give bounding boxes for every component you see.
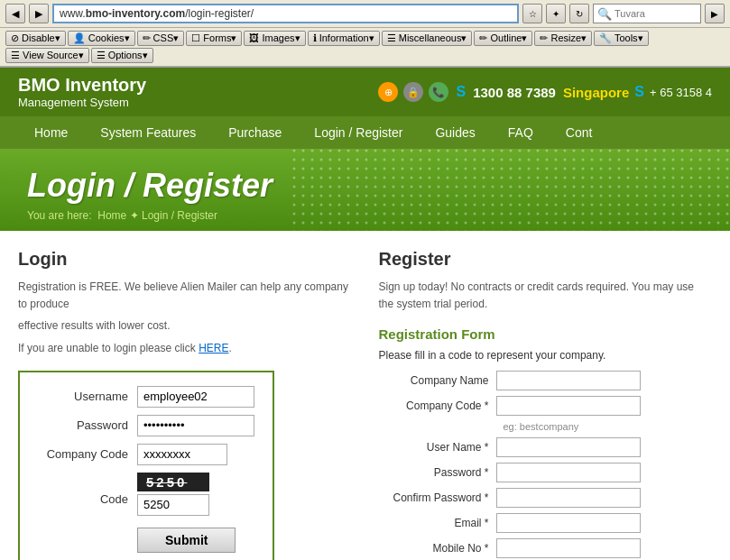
login-desc1: Registration is FREE. We believe Alien M… [18, 279, 352, 313]
page-title-bar: Login / Register You are here: Home ✦ Lo… [0, 149, 730, 231]
tools-btn[interactable]: 🔧 Tools▾ [594, 31, 649, 46]
captcha-area: 5250 [137, 473, 209, 516]
register-title: Register [379, 249, 713, 270]
reg-email-label: Email * [379, 517, 496, 529]
misc-btn[interactable]: ☰ Miscellaneous▾ [382, 31, 473, 46]
company-name-input[interactable] [496, 371, 641, 390]
here-link[interactable]: HERE [199, 342, 228, 354]
rss-icon[interactable]: ⊕ [378, 82, 398, 102]
nav-guides[interactable]: Guides [419, 116, 491, 149]
logo-title: BMO Inventory [18, 75, 146, 96]
registration-form: Registration Form Please fill in a code … [379, 326, 713, 558]
breadcrumb-current: Login / Register [142, 209, 217, 222]
address-bar[interactable]: www.bmo-inventory.com/login-register/ [52, 4, 519, 23]
reg-company-code-input[interactable] [496, 396, 641, 416]
password-row: Password [38, 415, 254, 436]
lock-icon[interactable]: 🔒 [403, 82, 423, 102]
reg-email-input[interactable] [496, 513, 641, 533]
information-btn[interactable]: ℹ Information▾ [308, 31, 380, 46]
company-code-hint: eg: bestcompany [504, 421, 713, 432]
reg-password-row: Password * [379, 463, 713, 482]
browser-window: ◀ ▶ www.bmo-inventory.com/login-register… [0, 0, 730, 68]
login-section: Login Registration is FREE. We believe A… [18, 249, 352, 560]
reg-mobile-input[interactable] [496, 538, 641, 558]
url-suffix: /login-register/ [185, 7, 254, 20]
breadcrumb-home[interactable]: Home [97, 209, 126, 222]
nav-login-register[interactable]: Login / Register [298, 116, 419, 149]
company-name-label: Company Name [379, 374, 496, 387]
breadcrumb: You are here: Home ✦ Login / Register [27, 209, 703, 222]
nav-faq[interactable]: FAQ [492, 116, 550, 149]
forms-btn[interactable]: ☐ Forms▾ [186, 31, 242, 46]
browser-toolbar: ◀ ▶ www.bmo-inventory.com/login-register… [0, 0, 730, 28]
username-label: Username [38, 390, 137, 403]
submit-button[interactable]: Submit [137, 528, 236, 553]
logo: BMO Inventory Management System [18, 75, 146, 109]
reg-username-row: User Name * [379, 437, 713, 457]
site-nav: Home System Features Purchase Login / Re… [0, 116, 730, 149]
search-go-button[interactable]: ▶ [705, 4, 725, 23]
search-icon: 🔍 [597, 7, 612, 21]
logo-subtitle: Management System [18, 96, 146, 109]
outline-btn[interactable]: ✏ Outline▾ [474, 31, 532, 46]
reg-password-input[interactable] [496, 463, 641, 482]
register-desc: Sign up today! No contracts or credit ca… [379, 279, 713, 313]
cookies-btn[interactable]: 👤 Cookies▾ [68, 31, 135, 46]
reg-username-input[interactable] [496, 437, 641, 457]
phone-icon[interactable]: 📞 [429, 82, 448, 102]
singapore-label: Singapore [563, 85, 629, 100]
reg-confirm-password-input[interactable] [496, 488, 641, 508]
nav-home[interactable]: Home [18, 116, 84, 149]
singapore-number: + 65 3158 4 [650, 86, 712, 99]
images-btn[interactable]: 🖼 Images▾ [244, 31, 305, 46]
reg-subtitle: Please fill in a code to represent your … [379, 349, 713, 362]
nav-purchase[interactable]: Purchase [212, 116, 298, 149]
login-title: Login [18, 249, 352, 270]
reg-form-title: Registration Form [379, 326, 713, 342]
company-code-row: Company Code [38, 444, 254, 465]
login-form: Username Password Company Code Code 5250… [18, 371, 274, 560]
bookmark-button[interactable]: ✦ [546, 4, 566, 23]
top-contact: ⊕ 🔒 📞 S 1300 88 7389 Singapore S + 65 31… [378, 82, 712, 102]
forward-button[interactable]: ▶ [29, 4, 49, 23]
company-name-row: Company Name [379, 371, 713, 390]
code-label: Code [38, 473, 137, 506]
password-input[interactable] [137, 415, 254, 436]
site-header: BMO Inventory Management System ⊕ 🔒 📞 S … [0, 68, 730, 149]
dev-toolbar: ⊘ Disable▾ 👤 Cookies▾ ✏ CSS▾ ☐ Forms▾ 🖼 … [0, 28, 730, 67]
company-code-input[interactable] [137, 444, 227, 465]
resize-btn[interactable]: ✏ Resize▾ [534, 31, 592, 46]
star-button[interactable]: ☆ [522, 4, 542, 23]
reg-username-label: User Name * [379, 441, 496, 454]
main-content: Login Registration is FREE. We believe A… [0, 231, 730, 560]
reg-confirm-password-label: Confirm Password * [379, 491, 496, 504]
submit-row: Submit [38, 523, 254, 553]
disable-btn[interactable]: ⊘ Disable▾ [5, 31, 66, 46]
username-row: Username [38, 386, 254, 408]
reg-password-label: Password * [379, 466, 496, 479]
username-input[interactable] [137, 386, 254, 408]
login-desc2: effective results with lower cost. [18, 317, 352, 335]
back-button[interactable]: ◀ [5, 4, 25, 23]
search-input[interactable] [614, 8, 687, 19]
css-btn[interactable]: ✏ CSS▾ [137, 31, 185, 46]
options-btn[interactable]: ☰ Options▾ [91, 48, 153, 63]
refresh-button[interactable]: ↻ [569, 4, 589, 23]
nav-contact[interactable]: Cont [550, 116, 609, 149]
top-bar: BMO Inventory Management System ⊕ 🔒 📞 S … [0, 68, 730, 116]
reg-mobile-label: Mobile No * [379, 542, 496, 555]
company-code-label: Company Code [38, 447, 137, 461]
reg-email-row: Email * [379, 513, 713, 533]
reg-company-code-row: Company Code * [379, 396, 713, 416]
nav-system-features[interactable]: System Features [84, 116, 212, 149]
captcha-input[interactable] [137, 494, 209, 516]
search-bar[interactable]: 🔍 [593, 4, 701, 23]
register-section: Register Sign up today! No contracts or … [379, 249, 713, 560]
singapore-skype-icon: S [634, 84, 644, 100]
password-label: Password [38, 418, 137, 432]
captcha-row: Code 5250 [38, 473, 254, 516]
captcha-image: 5250 [137, 473, 209, 491]
view-source-btn[interactable]: ☰ View Source▾ [5, 48, 89, 63]
url-prefix: www. [60, 7, 86, 20]
singapore-contact: Singapore S + 65 3158 4 [563, 84, 712, 100]
